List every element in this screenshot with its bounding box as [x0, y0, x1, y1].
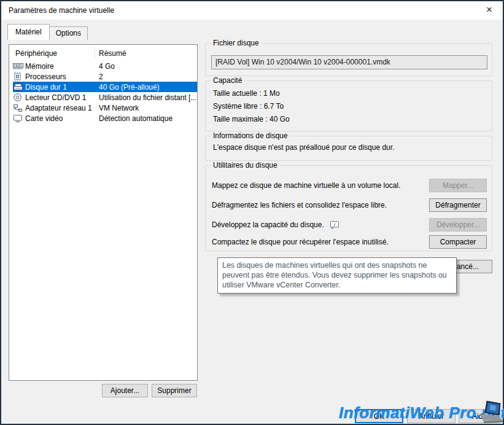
disk-file-group: Fichier disque [RAID Vol] Win 10 v2004/W… — [205, 43, 492, 76]
defragment-text: Défragmentez les fichiers et consolidez … — [212, 201, 387, 209]
list-item-hard-disk[interactable]: Disque dur 1 40 Go (Pré-alloué) — [9, 82, 197, 92]
expand-row: Développez la capacité du disque. i Déve… — [212, 218, 487, 232]
disk-info-group-label: Informations de disque — [211, 131, 290, 140]
defragment-row: Défragmentez les fichiers et consolidez … — [212, 198, 487, 212]
vm-settings-dialog: Paramètres de machine virtuelle × Matéri… — [0, 0, 504, 425]
titlebar: Paramètres de machine virtuelle × — [1, 1, 503, 20]
device-summary: Utilisation du fichier distant [... — [99, 93, 196, 102]
device-summary: VM Network — [99, 104, 139, 112]
column-divider — [95, 47, 95, 58]
expand-info-icon[interactable]: i — [330, 220, 340, 230]
laptop-logo-icon — [479, 400, 504, 425]
remove-device-button[interactable]: Supprimer — [152, 384, 197, 397]
dialog-title: Paramètres de machine virtuelle — [9, 1, 114, 20]
compact-row: Compactez le disque pour récupérer l'esp… — [212, 235, 487, 249]
defragment-button[interactable]: Défragmenter — [429, 198, 487, 212]
ok-button[interactable]: OK — [355, 409, 403, 423]
map-disk-row: Mappez ce disque de machine virtuelle à … — [212, 179, 487, 192]
expand-text: Développez la capacité du disque. — [212, 220, 324, 229]
capacity-group-label: Capacité — [211, 76, 244, 85]
device-name: Processeurs — [25, 72, 99, 81]
list-item-memory[interactable]: Mémoire 4 Go — [9, 61, 197, 71]
list-item-network-adapter[interactable]: Adaptateur réseau 1 VM Network — [9, 103, 197, 113]
disk-file-path-field[interactable]: [RAID Vol] Win 10 v2004/Win 10 v2004-000… — [211, 55, 487, 69]
tab-options[interactable]: Options — [50, 26, 88, 40]
map-button[interactable]: Mapper... — [429, 179, 487, 192]
tab-materiel[interactable]: Matériel — [7, 24, 50, 40]
tab-strip: Matériel Options — [7, 24, 88, 40]
list-item-processors[interactable]: Processeurs 2 — [9, 71, 197, 82]
device-summary: 4 Go — [99, 62, 115, 71]
memory-icon — [13, 62, 25, 70]
map-disk-text: Mappez ce disque de machine virtuelle à … — [212, 181, 401, 190]
video-card-icon — [13, 114, 25, 123]
device-name: Carte vidéo — [25, 114, 99, 123]
column-summary: Résumé — [99, 49, 126, 58]
cd-drive-icon — [13, 93, 25, 102]
system-free-text: Système libre : 6.7 To — [213, 102, 284, 111]
device-name: Adaptateur réseau 1 — [25, 104, 99, 112]
current-size-text: Taille actuelle : 1 Mo — [213, 89, 280, 98]
device-list-header: Périphérique Résumé — [9, 45, 197, 61]
column-device: Périphérique — [15, 49, 57, 58]
network-adapter-icon — [13, 104, 25, 112]
add-device-button[interactable]: Ajouter... — [102, 384, 148, 397]
compact-text: Compactez le disque pour récupérer l'esp… — [212, 238, 389, 246]
device-summary: 40 Go (Pré-alloué) — [99, 83, 160, 92]
hard-disk-icon — [13, 83, 25, 91]
expand-button[interactable]: Développer... — [429, 218, 487, 232]
device-name: Lecteur CD/DVD 1 — [25, 93, 99, 102]
disk-info-group: Informations de disque L'espace disque n… — [205, 136, 492, 161]
capacity-group: Capacité Taille actuelle : 1 Mo Système … — [205, 80, 492, 131]
compact-button[interactable]: Compacter — [429, 235, 487, 249]
max-size-text: Taille maximale : 40 Go — [213, 115, 290, 123]
disk-file-group-label: Fichier disque — [211, 39, 262, 47]
device-name: Disque dur 1 — [25, 83, 99, 92]
list-item-video-card[interactable]: Carte vidéo Détection automatique — [9, 113, 197, 123]
snapshot-tooltip: Les disques de machines virtuelles qui o… — [217, 257, 457, 294]
device-summary: Détection automatique — [99, 114, 173, 123]
device-list: Périphérique Résumé Mémoire 4 Go Process… — [9, 44, 198, 381]
disk-utilities-group: Utilitaires du disque Mappez ce disque d… — [205, 165, 492, 251]
device-name: Mémoire — [25, 62, 99, 71]
cancel-button[interactable]: Annuler — [407, 409, 456, 423]
close-icon[interactable]: × — [479, 1, 499, 20]
processor-icon — [13, 72, 25, 81]
disk-utilities-group-label: Utilitaires du disque — [211, 161, 280, 170]
device-summary: 2 — [99, 72, 103, 81]
list-item-cd-dvd[interactable]: Lecteur CD/DVD 1 Utilisation du fichier … — [9, 92, 197, 103]
disk-info-text: L'espace disque n'est pas préalloué pour… — [213, 143, 394, 152]
